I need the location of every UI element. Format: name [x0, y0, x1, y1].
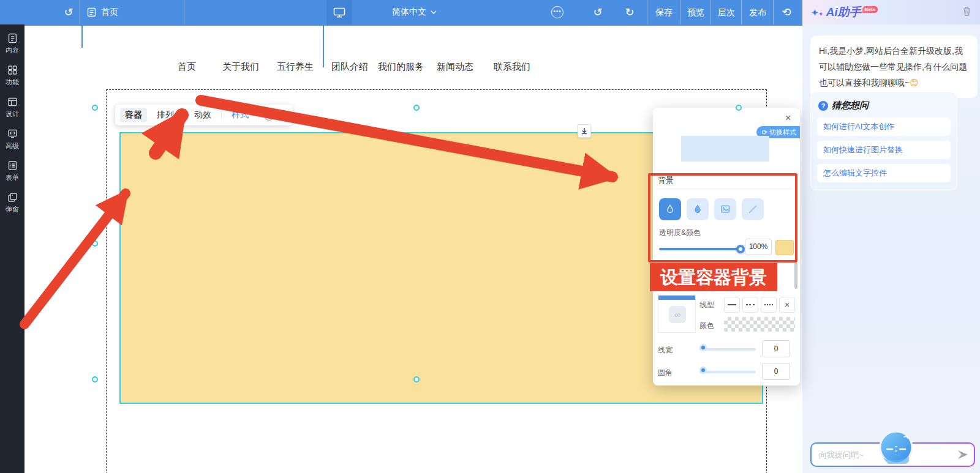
divider — [773, 0, 774, 24]
panel-scrollbar-thumb[interactable] — [794, 262, 797, 289]
bg-type-none-button[interactable] — [742, 198, 764, 220]
download-icon — [581, 127, 588, 135]
page-tab[interactable]: 首页 — [80, 0, 184, 24]
question-circle-icon: ? — [818, 101, 828, 111]
document-icon — [87, 7, 96, 17]
droplet-icon — [665, 204, 676, 215]
content-icon — [7, 33, 18, 43]
dashed-line-icon — [746, 304, 755, 305]
code-monitor-icon — [7, 128, 18, 139]
undo-icon[interactable]: ↺ — [589, 0, 606, 24]
line-dotted-button[interactable] — [761, 297, 777, 313]
sidebar-item-forms[interactable]: 表单 — [6, 160, 19, 182]
border-preview-box: ∞ — [658, 295, 696, 333]
line-width-slider[interactable] — [699, 348, 756, 351]
send-icon[interactable] — [957, 449, 969, 463]
opacity-slider[interactable] — [659, 248, 741, 250]
sidebar-item-label: 弹窗 — [6, 205, 19, 214]
sidebar-item-label: 表单 — [6, 173, 19, 182]
border-color-label: 颜色 — [699, 321, 714, 331]
site-nav-about[interactable]: 关于我们 — [222, 61, 259, 73]
sidebar-item-content[interactable]: 内容 — [6, 33, 19, 55]
divider — [647, 0, 647, 24]
layers-button[interactable]: 层次 — [712, 0, 741, 24]
context-tab-container[interactable]: 容器 — [120, 108, 147, 122]
resize-handle-bottom-left[interactable] — [92, 376, 98, 382]
history-icon[interactable]: ⟲ — [778, 0, 795, 24]
bg-type-gradient-button[interactable] — [687, 198, 709, 220]
line-none-button[interactable]: × — [779, 297, 795, 313]
line-width-input[interactable]: 0 — [762, 340, 790, 357]
help-icon[interactable]: ? — [264, 110, 274, 121]
ai-assistant-panel: Hi,我是小梦,网站后台全新升级改版,我可以辅助您做一些常见操作,有什么问题也可… — [802, 24, 980, 473]
radius-slider-handle[interactable] — [699, 367, 707, 374]
grid-icon — [7, 65, 18, 75]
site-nav-services[interactable]: 我们的服务 — [378, 61, 424, 73]
save-block-button[interactable] — [578, 124, 591, 138]
droplet-filled-icon — [692, 204, 703, 215]
site-nav-contact[interactable]: 联系我们 — [494, 61, 530, 73]
context-toolbar: 容器 排列 动效 样式 ? — [115, 105, 293, 125]
background-color-swatch[interactable] — [775, 240, 794, 255]
annotation-label: 设置容器背景 — [650, 263, 777, 291]
sidebar-item-design[interactable]: 设计 — [6, 97, 19, 119]
divider — [658, 188, 791, 189]
site-nav-wuxing[interactable]: 五行养生 — [277, 61, 314, 73]
resize-handle-bottom-center[interactable] — [413, 376, 420, 382]
trash-icon — [962, 6, 971, 16]
sidebar-item-advanced[interactable]: 高级 — [6, 128, 19, 151]
beta-badge: Beta — [862, 6, 878, 13]
divider — [741, 0, 742, 24]
bg-type-color-button[interactable] — [659, 198, 681, 220]
site-nav-team[interactable]: 团队介绍 — [331, 61, 368, 73]
divider — [710, 0, 711, 24]
border-color-swatch[interactable] — [724, 317, 795, 332]
opacity-slider-handle[interactable] — [736, 245, 745, 253]
resize-handle-top-right[interactable] — [736, 105, 742, 111]
sidebar-item-label: 设计 — [6, 110, 19, 119]
bg-type-image-button[interactable] — [714, 198, 736, 220]
redo-icon[interactable]: ↻ — [621, 0, 638, 24]
border-preview-header — [658, 296, 695, 300]
sidebar-item-label: 高级 — [6, 141, 19, 151]
close-icon[interactable]: × — [785, 113, 791, 124]
back-icon[interactable]: ↺ — [60, 0, 77, 24]
delete-container-button[interactable] — [279, 110, 288, 121]
resize-handle-middle-left[interactable] — [92, 240, 98, 247]
divider — [680, 0, 680, 24]
device-desktop-toggle[interactable] — [326, 0, 352, 24]
refresh-icon: ⟳ — [762, 128, 769, 136]
ai-greeting-text: Hi,我是小梦,网站后台全新升级改版,我可以辅助您做一些常见操作,有什么问题也可… — [819, 46, 967, 88]
context-tab-arrange[interactable]: 排列 — [152, 108, 179, 122]
opacity-value-input[interactable]: 100% — [745, 239, 772, 255]
clear-chat-button[interactable] — [962, 6, 971, 18]
preview-button[interactable]: 预览 — [681, 0, 710, 24]
diagonal-line-icon — [747, 204, 758, 215]
sparkle-icon: ✦ — [819, 11, 824, 17]
sparkle-icon: ✦ — [811, 7, 819, 18]
style-preview-swatch[interactable] — [681, 136, 769, 162]
resize-handle-top-left[interactable] — [92, 105, 98, 111]
suggestion-item[interactable]: 如何快速进行图片替换 — [817, 141, 951, 159]
site-nav-news[interactable]: 新闻动态 — [437, 61, 473, 73]
sidebar-item-popup[interactable]: 弹窗 — [6, 192, 19, 214]
context-tab-animation[interactable]: 动效 — [189, 108, 216, 122]
language-selector[interactable]: 简体中文 — [392, 0, 437, 24]
sidebar-item-features[interactable]: 功能 — [6, 65, 19, 87]
site-nav-home[interactable]: 首页 — [178, 61, 196, 73]
save-button[interactable]: 保存 — [648, 0, 680, 24]
publish-button[interactable]: 发布 — [742, 0, 773, 24]
line-width-slider-handle[interactable] — [699, 344, 707, 351]
context-tab-style[interactable]: 样式 — [227, 108, 254, 122]
opacity-color-label: 透明度&颜色 — [659, 228, 701, 238]
suggestion-item[interactable]: 如何进行AI文本创作 — [817, 117, 951, 136]
resize-handle-top-center[interactable] — [413, 105, 420, 111]
radius-input[interactable]: 0 — [762, 363, 790, 380]
ai-mascot-avatar — [880, 431, 913, 466]
line-solid-button[interactable] — [724, 297, 740, 313]
suggestion-item[interactable]: 怎么编辑文字控件 — [817, 164, 951, 182]
more-options-button[interactable]: ••• — [551, 6, 564, 18]
radius-slider[interactable] — [699, 371, 756, 373]
line-dashed-button[interactable] — [742, 297, 758, 313]
image-icon — [720, 204, 731, 215]
